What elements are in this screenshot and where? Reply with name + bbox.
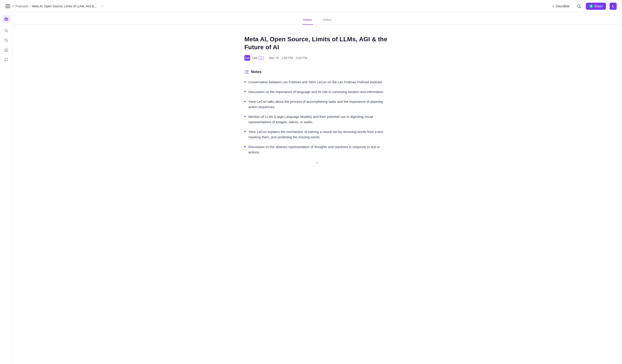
note-text: Discussion on the abstract representatio… [248,144,390,155]
svg-point-5 [5,19,6,20]
share-label: Share [594,4,603,8]
header-right: + Soundbite Share L [550,3,617,10]
notes-list: Conversation between Lex Fridman and Yan… [244,79,390,155]
bullet-icon [244,116,246,117]
tabs: Notes Video [12,12,622,25]
breadcrumb: # Podcasts / Meta AI, Open Source, Limit… [12,4,97,8]
list-item: Yann LeCun explains the mechanism of tra… [244,129,390,140]
svg-line-10 [7,32,8,32]
user-avatar[interactable]: L [610,3,617,10]
author-avatar: Lex [244,55,250,61]
list-item: Discussion on the abstract representatio… [244,144,390,155]
bullet-icon [244,81,246,83]
list-item: Discussion on the importance of language… [244,89,390,94]
note-text: Yann LeCun explains the mechanism of tra… [248,129,390,140]
header: # Podcasts / Meta AI, Open Source, Limit… [0,0,622,12]
notes-list-icon [244,70,249,74]
svg-point-26 [245,73,245,73]
breadcrumb-page: Meta AI, Open Source, Limits of LLMs, AG… [32,4,97,8]
author-plus: +1 [259,56,264,60]
bullet-icon [244,146,246,147]
svg-point-6 [6,19,7,20]
episode-title: Meta AI, Open Source, Limits of LLMs, AG… [244,35,390,52]
bullet-icon [244,91,246,92]
sidebar-chat-button[interactable] [2,56,10,64]
meta-dot: · [266,56,267,60]
main-content: Notes Video Meta AI, Open Source, Limits… [12,12,622,364]
breadcrumb-channel[interactable]: Podcasts [16,4,28,8]
note-text: Discussion on the importance of language… [248,89,384,94]
note-text: Conversation between Lex Fridman and Yan… [248,79,383,85]
share-button[interactable]: Share [586,3,606,10]
sidebar [0,12,12,364]
breadcrumb-separator: / [30,4,30,8]
layout: Notes Video Meta AI, Open Source, Limits… [0,12,622,364]
list-item: Conversation between Lex Fridman and Yan… [244,79,390,85]
search-button[interactable] [576,3,582,10]
globe-icon [589,4,593,8]
content-area: Meta AI, Open Source, Limits of LLMs, AG… [237,25,397,176]
episode-meta: Lex Lex +1 · Mar 15 · 1:00 PM - 3:00 PM [244,55,390,61]
bullet-icon [244,101,246,102]
bullet-icon [244,131,246,132]
soundbite-button[interactable]: + Soundbite [550,3,572,10]
notes-header: Notes [244,70,390,74]
svg-point-9 [5,29,7,32]
more-options-button[interactable]: ··· [99,3,106,9]
svg-point-0 [577,5,580,7]
note-text: Mention of LLMs (Large Language Models) … [248,114,390,125]
header-left: # Podcasts / Meta AI, Open Source, Limit… [5,3,106,9]
sidebar-library-button[interactable] [2,46,10,54]
notes-label: Notes [251,70,261,74]
svg-rect-4 [4,18,8,21]
author-name: Lex +1 [252,56,264,60]
soundbite-label: Soundbite [556,4,570,8]
svg-point-25 [245,72,245,72]
list-item: Yann LeCun talks about the process of ac… [244,99,390,110]
app-icon[interactable] [2,15,10,23]
note-text: Yann LeCun talks about the process of ac… [248,99,390,110]
tab-notes[interactable]: Notes [302,16,313,25]
list-item: Mention of LLMs (Large Language Models) … [244,114,390,125]
svg-point-24 [245,70,245,71]
sidebar-equalizer-button[interactable] [2,36,10,44]
sidebar-search-button[interactable] [2,27,10,35]
tab-video[interactable]: Video [322,16,332,25]
hamburger-button[interactable] [5,4,10,8]
breadcrumb-hash: # [12,4,14,8]
notes-section: Notes Conversation between Lex Fridman a… [244,70,390,165]
loading-indicator: • [244,160,390,165]
episode-date: Mar 15 · 1:00 PM - 3:00 PM [269,56,307,60]
plus-icon: + [552,4,554,8]
svg-line-1 [580,7,581,8]
